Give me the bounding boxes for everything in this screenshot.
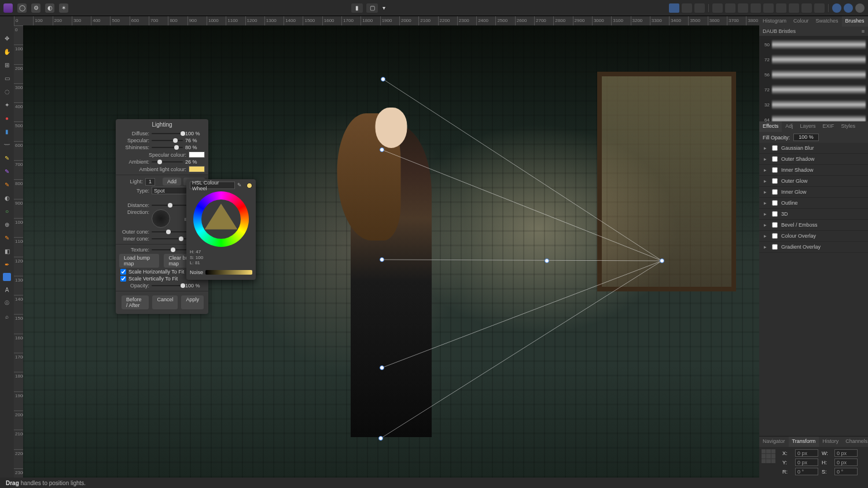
tool-view[interactable]: ✋ — [2, 47, 12, 56]
tool-zoom[interactable]: ⌕ — [2, 312, 12, 321]
effect-colour-overlay[interactable]: ▸Colour Overlay — [759, 231, 868, 242]
tab-effects[interactable]: Effects — [759, 121, 782, 132]
specular-colour-swatch[interactable] — [189, 151, 205, 158]
tr-btn-4[interactable] — [712, 3, 723, 13]
tr-btn-8[interactable] — [763, 3, 774, 13]
light-index[interactable]: 1 — [145, 178, 156, 186]
brush-preset[interactable]: 32 — [762, 98, 866, 111]
tr-btn-10[interactable] — [789, 3, 799, 13]
tool-shape-blue[interactable] — [3, 273, 11, 281]
tool-eraser[interactable]: ◧ — [2, 246, 12, 256]
tool-color-picker[interactable]: ⦾ — [2, 298, 12, 308]
brush-preset[interactable]: 72 — [762, 53, 866, 66]
opacity-slider[interactable] — [152, 283, 183, 289]
noise-slider[interactable] — [205, 270, 252, 275]
persona-icon[interactable]: ◯ — [17, 3, 27, 13]
tr-btn-5[interactable] — [725, 3, 735, 13]
app-icon[interactable] — [3, 3, 13, 13]
colour-mode-select[interactable]: HSL Colour Wheel — [190, 182, 235, 189]
tool-paint-red[interactable]: ● — [2, 113, 12, 123]
transform-x[interactable] — [795, 449, 818, 457]
tab-adj[interactable]: Adj — [782, 121, 796, 132]
tr-btn-1[interactable] — [669, 3, 679, 13]
tr-btn-11[interactable] — [801, 3, 812, 13]
tab-history[interactable]: History — [819, 437, 842, 447]
brush-preset[interactable]: 72 — [762, 83, 866, 96]
center-btn-a[interactable]: ▮ — [351, 3, 363, 13]
tab-colour[interactable]: Colour — [790, 16, 812, 27]
diffuse-slider[interactable] — [152, 131, 183, 136]
brush-set-name[interactable]: DAUB Bristles — [763, 28, 796, 34]
eyedropper-icon[interactable]: ✎ — [237, 182, 244, 189]
apply-button[interactable]: Apply — [181, 295, 204, 309]
effect-outer-glow[interactable]: ▸Outer Glow — [759, 176, 868, 187]
tool-dodge[interactable]: ◐ — [2, 193, 12, 202]
tr-btn-9[interactable] — [776, 3, 786, 13]
center-btn-b[interactable]: ▢ — [366, 3, 378, 13]
tool-move[interactable]: ✥ — [2, 34, 12, 43]
add-button[interactable]: Add — [163, 178, 181, 186]
before-after-button[interactable]: Before / After — [122, 295, 149, 309]
brush-preset[interactable]: 56 — [762, 68, 866, 81]
tab-histogram[interactable]: Histogram — [759, 16, 790, 27]
anchor-widget[interactable] — [762, 449, 775, 463]
tab-brushes[interactable]: Brushes — [842, 16, 868, 27]
effect--d[interactable]: ▸3D — [759, 209, 868, 220]
current-colour-swatch[interactable] — [247, 183, 252, 188]
brush-menu-icon[interactable]: ≡ — [862, 28, 865, 34]
tab-channels[interactable]: Channels — [842, 437, 868, 447]
tr-btn-6[interactable] — [738, 3, 748, 13]
fill-opacity-input[interactable]: 100 % — [793, 134, 819, 141]
tool-clone[interactable]: ⊕ — [2, 220, 12, 229]
tab-navigator[interactable]: Navigator — [759, 437, 789, 447]
transform-r[interactable] — [795, 468, 818, 475]
transform-y[interactable] — [795, 459, 818, 466]
tr-btn-3[interactable] — [694, 3, 705, 13]
brush-preset[interactable]: 50 — [762, 38, 866, 51]
center-caret[interactable]: ▾ — [381, 3, 386, 13]
direction-wheel[interactable] — [152, 209, 170, 228]
tab-layers[interactable]: Layers — [796, 121, 819, 132]
colour-popover[interactable]: HSL Colour Wheel ✎ H: 47S: 100L: 81 Nois… — [186, 179, 256, 280]
effect-outline[interactable]: ▸Outline — [759, 198, 868, 209]
effect-bevel-emboss[interactable]: ▸Bevel / Emboss — [759, 220, 868, 231]
tool-sponge[interactable]: ○ — [2, 206, 12, 216]
effect-gaussian-blur[interactable]: ▸Gaussian Blur — [759, 143, 868, 154]
ambient-slider[interactable] — [152, 159, 183, 165]
tool-flood[interactable]: ▮ — [2, 127, 12, 136]
tool-text[interactable]: A — [2, 285, 12, 294]
hsl-colour-wheel[interactable] — [193, 191, 249, 247]
tr-btn-2[interactable] — [682, 3, 692, 13]
tool-smudge[interactable]: 〰 — [2, 140, 12, 149]
link-icon[interactable]: ✶ — [59, 3, 68, 13]
tool-brush[interactable]: ✎ — [2, 233, 12, 242]
tool-select-rect[interactable]: ▭ — [2, 73, 12, 83]
tool-select-freehand[interactable]: ◌ — [2, 87, 12, 96]
effect-outer-shadow[interactable]: ▸Outer Shadow — [759, 154, 868, 165]
tab-styles[interactable]: Styles — [837, 121, 859, 132]
ambient-colour-swatch[interactable] — [189, 166, 205, 172]
tool-crop[interactable]: ⊞ — [2, 60, 12, 69]
load-bump-button[interactable]: Load bump map — [119, 254, 159, 268]
sync-icon[interactable] — [855, 3, 865, 13]
transform-w[interactable] — [834, 449, 858, 457]
tab-transform[interactable]: Transform — [789, 437, 819, 447]
tr-btn-12[interactable] — [814, 3, 825, 13]
cancel-button[interactable]: Cancel — [152, 295, 178, 309]
gear-icon[interactable]: ⚙ — [31, 3, 41, 13]
specular-slider[interactable] — [152, 138, 183, 143]
effect-gradient-overlay[interactable]: ▸Gradient Overlay — [759, 242, 868, 253]
tool-brush-o[interactable]: ✎ — [2, 180, 12, 189]
transform-h[interactable] — [834, 459, 858, 466]
tr-btn-7[interactable] — [751, 3, 761, 13]
tool-select-magic[interactable]: ✦ — [2, 100, 12, 109]
transform-s[interactable] — [834, 468, 858, 475]
account-icon[interactable] — [844, 3, 853, 13]
effect-inner-shadow[interactable]: ▸Inner Shadow — [759, 165, 868, 176]
tool-pen[interactable]: ✒ — [2, 260, 12, 269]
brush-preset[interactable]: 64 — [762, 113, 866, 121]
effect-inner-glow[interactable]: ▸Inner Glow — [759, 187, 868, 198]
tool-brush-p[interactable]: ✎ — [2, 167, 12, 176]
dot-icon[interactable]: ◐ — [45, 3, 54, 13]
tab-swatches[interactable]: Swatches — [812, 16, 842, 27]
